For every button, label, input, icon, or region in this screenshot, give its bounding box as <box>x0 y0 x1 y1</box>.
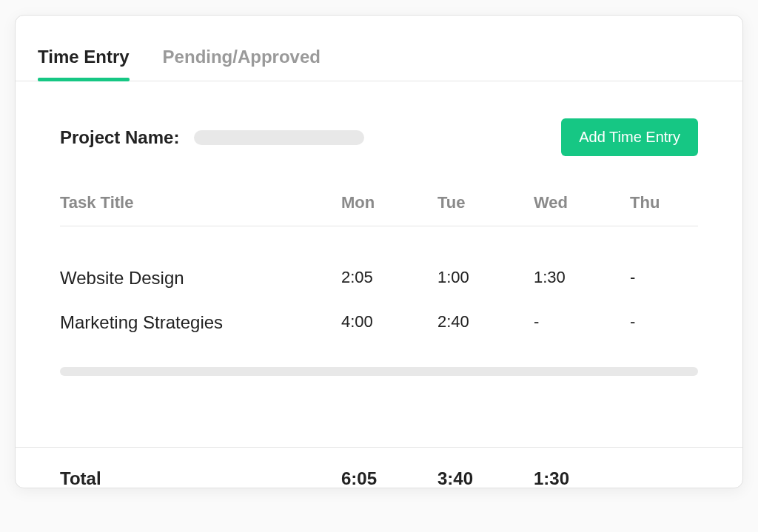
cell-task-title: Website Design <box>60 268 341 289</box>
cell-wed: - <box>534 312 630 333</box>
table-body: Website Design 2:05 1:00 1:30 - Marketin… <box>60 226 698 345</box>
timesheet-card: Time Entry Pending/Approved Project Name… <box>15 15 743 488</box>
project-left: Project Name: <box>60 127 364 148</box>
project-name-input[interactable] <box>194 130 364 145</box>
total-mon: 6:05 <box>341 468 437 488</box>
column-header-mon: Mon <box>341 193 437 212</box>
cell-thu: - <box>630 312 726 333</box>
content-area: Project Name: Add Time Entry Task Title … <box>16 81 742 376</box>
total-thu <box>630 468 726 488</box>
cell-wed: 1:30 <box>534 268 630 289</box>
cell-thu: - <box>630 268 726 289</box>
total-wed: 1:30 <box>534 468 630 488</box>
project-name-label: Project Name: <box>60 127 179 148</box>
cell-task-title: Marketing Strategies <box>60 312 341 333</box>
cell-mon: 2:05 <box>341 268 437 289</box>
horizontal-scrollbar[interactable] <box>60 367 698 376</box>
column-header-tue: Tue <box>437 193 534 212</box>
cell-tue: 2:40 <box>437 312 534 333</box>
tab-time-entry[interactable]: Time Entry <box>38 38 130 81</box>
total-label: Total <box>60 468 341 488</box>
column-header-thu: Thu <box>630 193 726 212</box>
tab-pending-approved[interactable]: Pending/Approved <box>163 38 321 81</box>
card-inner: Time Entry Pending/Approved Project Name… <box>16 38 742 488</box>
column-header-task-title: Task Title <box>60 193 341 212</box>
table-row: Marketing Strategies 4:00 2:40 - - <box>60 300 698 345</box>
timesheet-table: Task Title Mon Tue Wed Thu Website Desig… <box>60 193 698 376</box>
tabs: Time Entry Pending/Approved <box>16 38 742 81</box>
cell-tue: 1:00 <box>437 268 534 289</box>
table-footer: Total 6:05 3:40 1:30 <box>16 447 742 488</box>
table-row: Website Design 2:05 1:00 1:30 - <box>60 256 698 300</box>
total-tue: 3:40 <box>437 468 534 488</box>
add-time-entry-button[interactable]: Add Time Entry <box>561 118 698 156</box>
table-header: Task Title Mon Tue Wed Thu <box>60 193 698 226</box>
project-row: Project Name: Add Time Entry <box>60 118 698 156</box>
column-header-wed: Wed <box>534 193 630 212</box>
cell-mon: 4:00 <box>341 312 437 333</box>
